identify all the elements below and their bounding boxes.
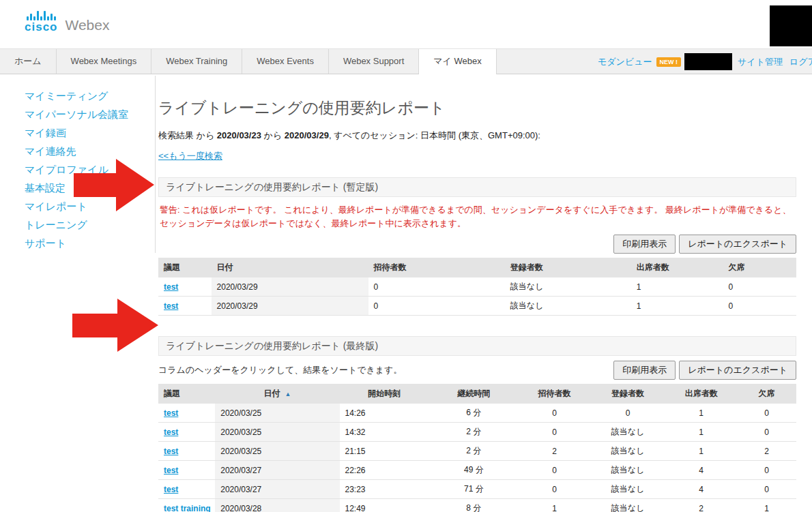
- preliminary-report-actions: 印刷用表示 レポートのエクスポート: [158, 235, 796, 254]
- data-cell: 0: [737, 480, 796, 499]
- data-cell: 2 分: [429, 442, 519, 461]
- topic-cell: test training: [158, 499, 215, 512]
- topic-cell: test: [158, 297, 212, 316]
- column-header-2[interactable]: 開始時刻: [340, 384, 429, 404]
- sort-ascending-icon: ▲: [285, 391, 291, 397]
- final-report-actions: コラムのヘッダーをクリックして、結果をソートできます。 印刷用表示 レポートのエ…: [158, 361, 796, 380]
- data-cell: 22:26: [340, 461, 429, 480]
- data-cell: 該当なし: [590, 461, 665, 480]
- nav-tab-4[interactable]: Webex Support: [329, 49, 419, 74]
- sidebar-item-6: マイレポート: [25, 200, 155, 219]
- data-cell: 0: [368, 297, 505, 316]
- logout-link[interactable]: ログアウト: [789, 56, 812, 68]
- preliminary-report-heading: ライブトレーニングの使用要約レポート (暫定版): [158, 177, 796, 197]
- nav-tab-2[interactable]: Webex Training: [151, 49, 242, 74]
- nav-tab-3[interactable]: Webex Events: [242, 49, 329, 74]
- data-cell: 2020/03/25: [215, 423, 339, 442]
- session-topic-link[interactable]: test: [164, 301, 178, 311]
- redaction-box-avatar: [770, 5, 812, 46]
- final-report-heading: ライブトレーニングの使用要約レポート (最終版): [158, 336, 796, 356]
- nav-tab-5[interactable]: マイ Webex: [419, 49, 496, 74]
- search-again-link[interactable]: <<もう一度検索: [158, 150, 222, 162]
- sidebar-item-3: マイ連絡先: [25, 145, 155, 164]
- preliminary-report-table: 議題日付招待者数登録者数出席者数欠席 test2020/03/290該当なし10…: [158, 258, 796, 316]
- topic-cell: test: [158, 404, 215, 423]
- data-cell: 14:32: [340, 423, 429, 442]
- session-topic-link[interactable]: test: [164, 282, 178, 292]
- sidebar-link-5[interactable]: 基本設定: [25, 182, 66, 194]
- data-cell: 0: [590, 404, 665, 423]
- session-topic-link[interactable]: test training: [164, 504, 211, 512]
- data-cell: 4: [665, 461, 737, 480]
- session-topic-link[interactable]: test: [164, 408, 178, 418]
- column-header-0[interactable]: 議題: [158, 384, 215, 404]
- data-cell: 71 分: [429, 480, 519, 499]
- table-row: test2020/03/2521:152 分2該当なし12: [158, 442, 796, 461]
- data-cell: 2020/03/29: [212, 297, 368, 316]
- primary-navbar: ホームWebex MeetingsWebex TrainingWebex Eve…: [0, 48, 812, 74]
- data-cell: 2 分: [429, 423, 519, 442]
- data-cell: 該当なし: [590, 480, 665, 499]
- sidebar-item-5: 基本設定: [25, 182, 155, 200]
- preliminary-report-warning: 警告: これは仮レポートです。 これにより、最終レポートが準備できるまでの間、セ…: [160, 203, 795, 230]
- data-cell: 6 分: [429, 404, 519, 423]
- data-cell: 2: [665, 499, 737, 512]
- top-header: cisco Webex: [0, 0, 812, 48]
- topic-cell: test: [158, 442, 215, 461]
- session-topic-link[interactable]: test: [164, 466, 178, 475]
- search-summary: 検索結果 から 2020/03/23 から 2020/03/29, すべてのセッ…: [158, 130, 796, 142]
- sidebar-link-4[interactable]: マイプロファイル: [25, 164, 108, 175]
- redaction-box-username: [684, 53, 732, 70]
- data-cell: 1: [519, 499, 590, 512]
- column-header-1[interactable]: 日付▲: [215, 384, 339, 404]
- data-cell: 該当なし: [590, 499, 665, 512]
- data-cell: 12:49: [340, 499, 429, 512]
- data-cell: 0: [368, 277, 505, 297]
- sidebar-link-8[interactable]: サポート: [25, 237, 66, 249]
- topic-cell: test: [158, 423, 215, 442]
- data-cell: 2: [737, 442, 796, 461]
- session-topic-link[interactable]: test: [164, 485, 178, 494]
- column-header-3[interactable]: 継続時間: [429, 384, 519, 404]
- column-header-5[interactable]: 登録者数: [590, 384, 665, 404]
- site-admin-link[interactable]: サイト管理: [738, 56, 783, 68]
- sidebar-item-2: マイ録画: [25, 127, 155, 145]
- data-cell: 0: [723, 277, 796, 297]
- cisco-bars-icon: [27, 11, 56, 20]
- sidebar-link-6[interactable]: マイレポート: [25, 200, 87, 212]
- table-row: test2020/03/2514:266 分0010: [158, 404, 796, 423]
- data-cell: 1: [631, 277, 723, 297]
- print-view-button[interactable]: 印刷用表示: [613, 361, 676, 380]
- session-topic-link[interactable]: test: [164, 427, 178, 437]
- topic-cell: test: [158, 461, 215, 480]
- column-header-4[interactable]: 招待者数: [519, 384, 590, 404]
- column-header-7[interactable]: 欠席: [737, 384, 796, 404]
- topic-cell: test: [158, 277, 212, 297]
- sidebar-item-7: トレーニング: [25, 219, 155, 237]
- data-cell: 該当なし: [505, 277, 631, 297]
- nav-tab-0[interactable]: ホーム: [0, 49, 57, 74]
- data-cell: 該当なし: [590, 442, 665, 461]
- print-view-button[interactable]: 印刷用表示: [613, 235, 676, 254]
- export-report-button[interactable]: レポートのエクスポート: [679, 361, 796, 380]
- sidebar-link-1[interactable]: マイパーソナル会議室: [25, 108, 128, 120]
- webex-wordmark: Webex: [65, 17, 109, 33]
- data-cell: 2020/03/29: [212, 277, 368, 297]
- sidebar-link-2[interactable]: マイ録画: [25, 127, 66, 138]
- sidebar-link-7[interactable]: トレーニング: [25, 219, 87, 230]
- cisco-logo-icon: cisco: [25, 11, 57, 33]
- topic-cell: test: [158, 480, 215, 499]
- data-cell: 2020/03/25: [215, 404, 339, 423]
- sidebar-link-0[interactable]: マイミーティング: [25, 90, 108, 102]
- preliminary-report-section: ライブトレーニングの使用要約レポート (暫定版) 警告: これは仮レポートです。…: [158, 177, 796, 316]
- sidebar-link-3[interactable]: マイ連絡先: [25, 145, 76, 157]
- column-header-6[interactable]: 出席者数: [665, 384, 737, 404]
- modern-view-link[interactable]: モダンビュー: [598, 56, 652, 68]
- sidebar-item-0: マイミーティング: [25, 90, 155, 108]
- data-cell: 0: [723, 297, 796, 316]
- export-report-button[interactable]: レポートのエクスポート: [679, 235, 796, 254]
- session-topic-link[interactable]: test: [164, 447, 178, 456]
- data-cell: 1: [631, 297, 723, 316]
- nav-tab-1[interactable]: Webex Meetings: [57, 49, 152, 74]
- sidebar-item-8: サポート: [25, 237, 155, 256]
